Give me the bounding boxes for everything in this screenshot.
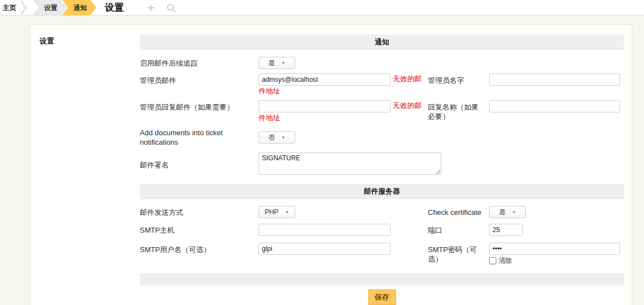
- admin-email-label: 管理员邮件: [140, 73, 258, 85]
- followup-label: 启用邮件后续追踪: [140, 58, 258, 68]
- smtp-host-input[interactable]: [258, 224, 391, 236]
- chevron-down-icon: ▼: [285, 208, 289, 217]
- notification-settings-form: 通知 启用邮件后续追踪 是 ▼ 管理员邮件 无效的邮件地址 管理员名字 管理员回…: [140, 35, 624, 305]
- add-documents-dropdown-value: 否: [269, 133, 275, 142]
- settings-panel: 设置 通知 启用邮件后续追踪 是 ▼ 管理员邮件 无效的邮件地址 管理员名字 管…: [30, 24, 632, 305]
- smtp-host-label: SMTP主机: [140, 225, 258, 235]
- smtp-password-input[interactable]: [489, 243, 620, 255]
- row-add-documents: Add documents into ticket notifications …: [140, 128, 624, 147]
- add-documents-dropdown[interactable]: 否 ▼: [258, 131, 295, 144]
- search-icon[interactable]: [166, 3, 176, 13]
- reply-name-label: 回复名称（如果必要）: [428, 100, 489, 121]
- check-certificate-dropdown[interactable]: 是 ▼: [489, 206, 526, 218]
- row-send-mode: 邮件发送方式 PHP ▼ Check certificate 是 ▼: [140, 206, 624, 218]
- admin-email-input[interactable]: [258, 73, 391, 86]
- add-icon[interactable]: +: [147, 1, 155, 14]
- chevron-down-icon: ▼: [281, 58, 286, 68]
- send-mode-dropdown[interactable]: PHP ▼: [258, 206, 295, 218]
- admin-name-input[interactable]: [489, 73, 620, 86]
- port-label: 端口: [428, 225, 489, 235]
- reply-name-input[interactable]: [489, 100, 620, 112]
- clear-password-option: 清除: [489, 256, 619, 265]
- save-button[interactable]: 保存: [368, 289, 396, 305]
- send-mode-dropdown-value: PHP: [265, 208, 279, 217]
- smtp-password-label: SMTP密码（可选）: [428, 243, 489, 264]
- admin-name-label: 管理员名字: [428, 73, 489, 85]
- row-smtp-host: SMTP主机 端口: [140, 224, 624, 236]
- send-mode-label: 邮件发送方式: [140, 208, 258, 217]
- followup-dropdown-value: 是: [269, 58, 275, 68]
- clear-password-checkbox[interactable]: [489, 257, 496, 264]
- smtp-user-label: SMTP用户名（可选）: [140, 243, 258, 254]
- row-signature: 邮件署名 SIGNATURE: [140, 152, 624, 177]
- page-title: 设置: [105, 1, 124, 14]
- clear-password-label: 清除: [499, 256, 512, 265]
- empty-row-band: [140, 273, 624, 286]
- check-certificate-dropdown-value: 是: [499, 208, 506, 217]
- chevron-down-icon: ▼: [512, 208, 516, 217]
- breadcrumb-settings[interactable]: 设置: [32, 0, 67, 16]
- breadcrumb-home[interactable]: 主页: [0, 0, 19, 16]
- row-smtp-credentials: SMTP用户名（可选） SMTP密码（可选） 清除: [140, 243, 624, 265]
- sidebar-item-settings[interactable]: 设置: [40, 36, 54, 46]
- chevron-down-icon: ▼: [281, 133, 286, 142]
- followup-dropdown[interactable]: 是 ▼: [258, 57, 295, 69]
- signature-label: 邮件署名: [140, 160, 258, 170]
- reply-email-input[interactable]: [258, 100, 391, 112]
- row-reply-email: 管理员回复邮件（如果需要） 无效的邮件地址 回复名称（如果必要）: [140, 100, 624, 124]
- section-header-mail-server: 邮件服务器: [140, 184, 624, 199]
- smtp-user-input[interactable]: [258, 243, 391, 255]
- add-documents-label: Add documents into ticket notifications: [140, 128, 258, 147]
- check-certificate-label: Check certificate: [428, 208, 489, 217]
- reply-email-label: 管理员回复邮件（如果需要）: [140, 100, 258, 112]
- port-input[interactable]: [489, 224, 523, 236]
- row-followup: 启用邮件后续追踪 是 ▼: [140, 57, 624, 69]
- top-bar: 主页 设置 通知 设置 +: [0, 0, 644, 16]
- row-admin-email: 管理员邮件 无效的邮件地址 管理员名字: [140, 73, 624, 97]
- section-header-notifications: 通知: [140, 35, 624, 50]
- chevron-separator-icon: [19, 0, 28, 16]
- signature-textarea[interactable]: SIGNATURE: [258, 152, 441, 175]
- breadcrumb-notifications[interactable]: 通知: [62, 0, 96, 16]
